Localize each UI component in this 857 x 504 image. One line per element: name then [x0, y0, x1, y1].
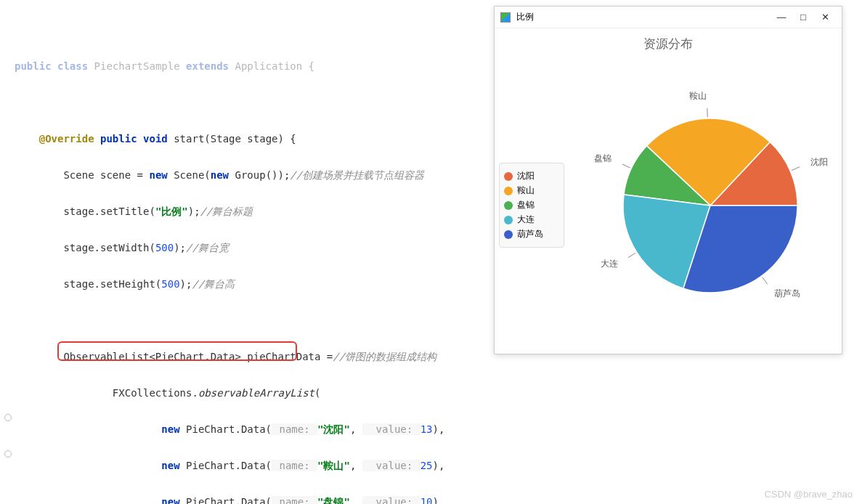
- legend: 沈阳鞍山盘锦大连葫芦岛: [499, 163, 564, 248]
- pie-label: 沈阳: [811, 156, 828, 166]
- legend-label: 沈阳: [517, 170, 535, 182]
- legend-swatch: [504, 201, 513, 210]
- maximize-button[interactable]: □: [792, 8, 814, 27]
- watermark: CSDN @brave_zhao: [764, 489, 853, 500]
- svg-line-2: [622, 163, 630, 167]
- close-button[interactable]: ✕: [814, 8, 836, 27]
- legend-item: 沈阳: [504, 170, 559, 182]
- chart-title: 资源分布: [643, 36, 693, 52]
- app-window: 比例 — □ ✕ 资源分布 沈阳鞍山盘锦大连葫芦岛 沈阳鞍山盘锦大连葫芦岛: [494, 6, 842, 354]
- legend-item: 盘锦: [504, 199, 559, 211]
- legend-swatch: [504, 172, 513, 181]
- legend-item: 大连: [504, 214, 559, 226]
- legend-swatch: [504, 230, 513, 239]
- pie-label: 大连: [601, 258, 618, 268]
- app-icon: [500, 12, 511, 23]
- legend-item: 鞍山: [504, 184, 559, 197]
- legend-swatch: [504, 216, 513, 224]
- legend-label: 葫芦岛: [517, 228, 543, 240]
- legend-swatch: [504, 187, 513, 195]
- svg-line-3: [628, 253, 635, 257]
- legend-item: 葫芦岛: [504, 228, 559, 240]
- override-annotation: @Override: [39, 133, 94, 145]
- pie-label: 盘锦: [594, 153, 612, 163]
- gutter-marker-bot: [4, 450, 12, 458]
- titlebar[interactable]: 比例 — □ ✕: [495, 7, 842, 28]
- legend-label: 鞍山: [517, 184, 535, 197]
- pie-label: 葫芦岛: [774, 288, 800, 298]
- chart-container: 资源分布 沈阳鞍山盘锦大连葫芦岛 沈阳鞍山盘锦大连葫芦岛: [495, 28, 842, 354]
- window-title: 比例: [516, 11, 534, 23]
- pie-label: 鞍山: [689, 91, 707, 101]
- minimize-button[interactable]: —: [771, 8, 792, 27]
- svg-line-0: [792, 166, 800, 170]
- svg-line-4: [763, 277, 768, 284]
- legend-label: 盘锦: [517, 199, 535, 211]
- gutter-marker-top: [4, 414, 12, 421]
- legend-label: 大连: [517, 214, 535, 226]
- pie-chart: 沈阳鞍山盘锦大连葫芦岛: [564, 75, 842, 336]
